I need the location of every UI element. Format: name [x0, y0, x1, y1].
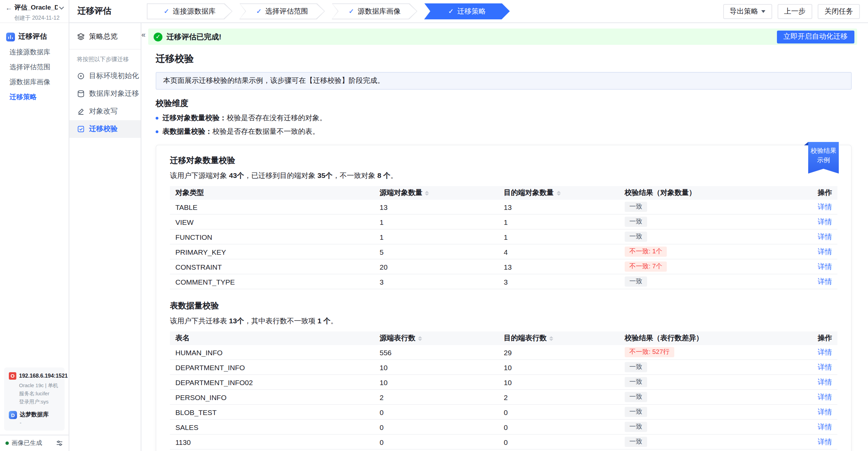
back-arrow-icon[interactable]: ←	[5, 4, 12, 11]
page-title: 迁移校验	[156, 53, 852, 65]
step-strategy[interactable]: ✓迁移策略	[424, 3, 510, 19]
table-row: BLOB_TEST 0 0 一致 详情	[170, 405, 837, 420]
detail-link[interactable]: 详情	[818, 262, 832, 270]
chevron-down-icon[interactable]	[59, 4, 64, 9]
cell-action: 详情	[794, 377, 837, 387]
project-name: 评估_Oracle_DM...	[14, 3, 58, 12]
detail-link[interactable]: 详情	[818, 277, 832, 285]
sidebar-item-object-migration[interactable]: 数据库对象迁移	[69, 85, 141, 103]
sort-icon[interactable]	[556, 191, 560, 195]
result-badge: 不一致: 1个	[625, 247, 667, 257]
detail-link[interactable]: 详情	[818, 392, 832, 400]
object-check-summary: 该用户下源端对象 43个，已迁移到目的端对象 35个，不一致对象 8 个。	[170, 171, 837, 181]
left-sidebar: ← 评估_Oracle_DM... 创建于 2024-11-12 迁移评估 连接…	[0, 0, 69, 451]
col-actions: 操作	[794, 188, 837, 198]
result-badge: 一致	[625, 232, 647, 242]
cell-target-count: 1	[498, 233, 619, 241]
adjust-sliders-icon[interactable]	[56, 439, 63, 447]
detail-link[interactable]: 详情	[818, 437, 832, 445]
detail-link[interactable]: 详情	[818, 247, 832, 255]
sidebar-item-migration-check[interactable]: 迁移校验	[69, 120, 141, 138]
col-source-rows[interactable]: 源端表行数	[374, 333, 498, 343]
table-row: HUMAN_INFO 556 29 不一致: 527行 详情	[170, 345, 837, 360]
cell-target-rows: 0	[498, 423, 619, 431]
sort-icon[interactable]	[425, 191, 429, 195]
detail-link[interactable]: 详情	[818, 377, 832, 385]
cell-object-type: PRIMARY_KEY	[170, 248, 374, 256]
cell-action: 详情	[794, 217, 837, 227]
sidebar-item-connect-source[interactable]: 连接源数据库	[0, 45, 69, 60]
export-strategy-button[interactable]: 导出策略	[723, 4, 772, 19]
cell-object-type: VIEW	[170, 218, 374, 226]
col-target-count[interactable]: 目的端对象数量	[498, 188, 619, 198]
cell-result: 一致	[619, 232, 794, 242]
check-icon: ✓	[164, 7, 170, 15]
cell-result: 一致	[619, 276, 794, 287]
sidebar-item-strategy-overview[interactable]: 策略总览	[69, 27, 141, 46]
table-row: 1130 0 0 一致 详情	[170, 435, 837, 450]
cell-object-type: CONSTRAINT	[170, 263, 374, 271]
connection-meta-version: Oracle 19c | 单机	[19, 382, 60, 390]
dimension-bullet: 表数据量校验：校验是否存在数据量不一致的表。	[156, 127, 852, 137]
cell-action: 详情	[794, 202, 837, 212]
sidebar-item-profile[interactable]: 源数据库画像	[0, 75, 69, 90]
detail-link[interactable]: 详情	[818, 217, 832, 225]
collapse-sidebar-icon[interactable]: «	[141, 31, 145, 39]
cell-action: 详情	[794, 407, 837, 417]
table-row: SALES 0 0 一致 详情	[170, 420, 837, 435]
detail-link[interactable]: 详情	[818, 422, 832, 430]
previous-step-button[interactable]: 上一步	[777, 4, 812, 19]
result-badge: 一致	[625, 202, 647, 212]
cell-table-name: DEPARTMENT_INFO	[170, 363, 374, 371]
table-row: PERSON_INFO 2 2 一致 详情	[170, 390, 837, 405]
cell-action: 详情	[794, 277, 837, 286]
cell-source-rows: 10	[374, 363, 498, 371]
cell-action: 详情	[794, 232, 837, 241]
cell-source-rows: 556	[374, 348, 498, 356]
nav-section-evaluation[interactable]: 迁移评估	[0, 29, 69, 45]
step-connect-source[interactable]: ✓连接源数据库	[147, 3, 232, 19]
table-row: DEPARTMENT_INFO02 10 10 一致 详情	[170, 375, 837, 390]
cell-result: 一致	[619, 422, 794, 432]
target-db-name: 达梦数据库	[20, 411, 49, 419]
sidebar-item-env-init[interactable]: 目标环境初始化	[69, 67, 141, 85]
table-row: TEST 0 0 一致 详情	[170, 450, 837, 451]
cell-object-type: FUNCTION	[170, 233, 374, 241]
detail-link[interactable]: 详情	[818, 347, 832, 356]
module-title: 迁移评估	[69, 5, 141, 17]
dimensions-heading: 校验维度	[156, 98, 852, 109]
project-switcher[interactable]: ← 评估_Oracle_DM... 创建于 2024-11-12	[0, 0, 69, 23]
cell-target-rows: 10	[498, 363, 619, 371]
profile-status-bar: 画像已生成	[0, 435, 69, 451]
table-row: TABLE 13 13 一致 详情	[170, 200, 837, 215]
col-target-rows[interactable]: 目的端表行数	[498, 333, 619, 343]
sidebar-item-object-rewrite[interactable]: 对象改写	[69, 103, 141, 120]
detail-link[interactable]: 详情	[818, 407, 832, 415]
cell-source-rows: 0	[374, 423, 498, 431]
app-window: ← 评估_Oracle_DM... 创建于 2024-11-12 迁移评估 连接…	[0, 0, 868, 451]
evaluation-icon	[6, 32, 15, 41]
detail-link[interactable]: 详情	[818, 362, 832, 371]
check-square-icon	[77, 125, 85, 133]
target-icon	[77, 72, 85, 80]
step-scope[interactable]: ✓选择评估范围	[239, 3, 325, 19]
check-icon: ✓	[448, 7, 454, 15]
detail-link[interactable]: 详情	[818, 202, 832, 210]
steps-sidebar: 策略总览 将按照以下步骤迁移 目标环境初始化 数据库对象迁移	[69, 23, 141, 451]
sidebar-item-strategy[interactable]: 迁移策略	[0, 90, 69, 105]
connection-meta-user: 登录用户:sys	[19, 398, 60, 406]
sort-icon[interactable]	[549, 336, 553, 341]
close-task-button[interactable]: 关闭任务	[818, 4, 860, 19]
sort-icon[interactable]	[418, 336, 422, 341]
sidebar-item-scope[interactable]: 选择评估范围	[0, 60, 69, 75]
cell-object-type: TABLE	[170, 203, 374, 211]
detail-link[interactable]: 详情	[818, 232, 832, 240]
step-profile[interactable]: ✓源数据库画像	[332, 3, 417, 19]
col-source-count[interactable]: 源端对象数量	[374, 188, 498, 198]
layers-icon	[77, 33, 85, 41]
result-badge: 一致	[625, 217, 647, 227]
start-auto-migration-button[interactable]: 立即开启自动化迁移	[777, 30, 854, 43]
connection-host: 192.168.6.194:1521	[19, 373, 68, 379]
table-row: FUNCTION 1 1 一致 详情	[170, 230, 837, 245]
cell-source-rows: 0	[374, 438, 498, 446]
